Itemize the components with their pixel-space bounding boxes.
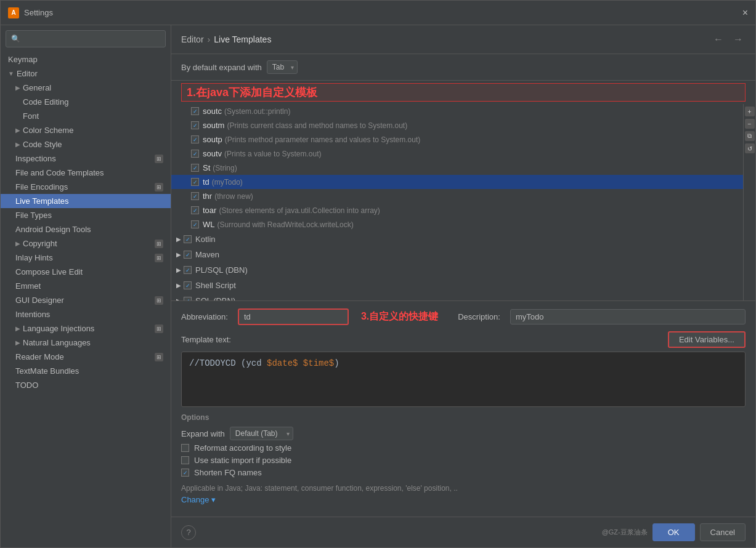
help-button[interactable]: ? xyxy=(181,525,196,540)
sidebar-item-inspections[interactable]: Inspections ⊞ xyxy=(1,151,171,166)
expand-label: By default expand with xyxy=(181,63,262,72)
sidebar-label: Reader Mode xyxy=(15,352,64,361)
sidebar-item-file-code-templates[interactable]: File and Code Templates xyxy=(1,166,171,180)
template-group-sql[interactable]: ▶ ✓ SQL (DBN) xyxy=(171,293,755,301)
expand-select[interactable]: Tab xyxy=(267,60,298,74)
template-group-kotlin[interactable]: ▶ ✓ Kotlin xyxy=(171,232,755,247)
sidebar-item-file-types[interactable]: File Types xyxy=(1,208,171,222)
sidebar-item-live-templates[interactable]: Live Templates xyxy=(1,194,171,208)
sidebar-item-intentions[interactable]: Intentions xyxy=(1,307,171,321)
sidebar-item-natural-languages[interactable]: ▶ Natural Languages xyxy=(1,336,171,350)
template-item-thr[interactable]: ✓ thr (throw new) xyxy=(171,189,755,203)
sidebar-item-keymap[interactable]: Keymap xyxy=(1,52,171,66)
group-label: Shell Script xyxy=(195,281,236,290)
template-group-plsql[interactable]: ▶ ✓ PL/SQL (DBN) xyxy=(171,262,755,278)
sidebar-label: Font xyxy=(23,111,39,121)
scroll-down-btn[interactable]: − xyxy=(745,119,755,129)
sidebar-item-gui-designer[interactable]: GUI Designer ⊞ xyxy=(1,293,171,307)
reset-btn[interactable]: ↺ xyxy=(745,143,755,153)
badge-icon: ⊞ xyxy=(155,296,163,305)
sidebar-label: Language Injections xyxy=(23,324,94,333)
sidebar-item-color-scheme[interactable]: ▶ Color Scheme xyxy=(1,123,171,137)
template-item-toar[interactable]: ✓ toar (Stores elements of java.util.Col… xyxy=(171,203,755,217)
sidebar-item-copyright[interactable]: ▶ Copyright ⊞ xyxy=(1,236,171,251)
scroll-up-btn[interactable]: + xyxy=(745,107,755,116)
sidebar-item-general[interactable]: ▶ General xyxy=(1,81,171,95)
item-checkbox[interactable]: ✓ xyxy=(191,220,199,228)
sidebar-item-font[interactable]: Font xyxy=(1,109,171,123)
sidebar-label: TODO xyxy=(15,381,38,390)
sidebar-item-compose-live-edit[interactable]: Compose Live Edit xyxy=(1,265,171,279)
editor-row2: Template text: Edit Variables... 2.给变量设置… xyxy=(181,331,746,348)
template-item-st[interactable]: ✓ St (String) xyxy=(171,161,755,175)
expand-arrow: ▼ xyxy=(8,70,14,77)
copy-btn[interactable]: ⧉ xyxy=(745,131,755,141)
item-checkbox[interactable]: ✓ xyxy=(191,150,199,158)
close-button[interactable]: × xyxy=(742,7,748,18)
applicable-text: Applicable in Java; Java: statement, con… xyxy=(181,484,746,493)
item-checkbox[interactable]: ✓ xyxy=(191,178,199,186)
sidebar-item-editor[interactable]: ▼ Editor xyxy=(1,66,171,81)
group-label: Maven xyxy=(195,250,219,259)
group-checkbox[interactable]: ✓ xyxy=(184,266,192,274)
forward-arrow[interactable]: → xyxy=(731,33,746,46)
sidebar-item-textmate-bundles[interactable]: TextMate Bundles xyxy=(1,364,171,378)
template-item-soutp[interactable]: ✓ soutp (Prints method parameter names a… xyxy=(171,132,755,147)
app-icon: A xyxy=(8,7,19,18)
back-arrow[interactable]: ← xyxy=(711,33,726,46)
expand-arrow: ▶ xyxy=(15,127,20,134)
edit-variables-button[interactable]: Edit Variables... xyxy=(668,331,746,348)
item-checkbox[interactable]: ✓ xyxy=(191,121,199,129)
item-checkbox[interactable]: ✓ xyxy=(191,206,199,214)
expand-with-label: Expand with xyxy=(181,429,225,438)
static-import-label: Use static import if possible xyxy=(194,456,291,465)
sidebar-item-reader-mode[interactable]: Reader Mode ⊞ xyxy=(1,350,171,364)
description-input[interactable] xyxy=(510,309,746,324)
template-item-wl[interactable]: ✓ WL (Surround with ReadWriteLock.writeL… xyxy=(171,217,755,232)
group-label: SQL (DBN) xyxy=(195,296,235,301)
group-checkbox[interactable]: ✓ xyxy=(184,251,192,259)
sidebar-item-file-encodings[interactable]: File Encodings ⊞ xyxy=(1,180,171,194)
change-link[interactable]: Change ▾ xyxy=(181,495,216,504)
watermark: @GZ-豆浆油条 xyxy=(602,528,648,537)
template-item-td[interactable]: ✓ td (myTodo) xyxy=(171,175,755,189)
item-checkbox[interactable]: ✓ xyxy=(191,135,199,143)
group-checkbox[interactable]: ✓ xyxy=(184,297,192,301)
reformat-checkbox[interactable] xyxy=(181,444,189,452)
sidebar-item-code-style[interactable]: ▶ Code Style xyxy=(1,137,171,151)
item-checkbox[interactable]: ✓ xyxy=(191,164,199,172)
abbreviation-input[interactable] xyxy=(238,308,349,325)
expand-with-select[interactable]: Default (Tab) xyxy=(230,427,293,440)
item-checkbox[interactable]: ✓ xyxy=(191,192,199,200)
sidebar-item-inlay-hints[interactable]: Inlay Hints ⊞ xyxy=(1,251,171,265)
titlebar: A Settings × xyxy=(1,1,755,25)
sidebar-item-language-injections[interactable]: ▶ Language Injections ⊞ xyxy=(1,321,171,336)
group-checkbox[interactable]: ✓ xyxy=(184,281,192,289)
sidebar-item-code-editing[interactable]: Code Editing xyxy=(1,95,171,109)
cancel-button[interactable]: Cancel xyxy=(700,523,746,541)
sidebar-item-todo[interactable]: TODO xyxy=(1,378,171,392)
template-item-soutc[interactable]: ✓ soutc (System.out::println) xyxy=(171,104,755,118)
ok-button[interactable]: OK xyxy=(652,523,695,541)
item-checkbox[interactable]: ✓ xyxy=(191,107,199,115)
sidebar-label: Live Templates xyxy=(15,196,68,206)
sidebar-item-emmet[interactable]: Emmet xyxy=(1,279,171,293)
template-group-shell[interactable]: ▶ ✓ Shell Script xyxy=(171,278,755,293)
reformat-row: Reformat according to style xyxy=(181,443,293,453)
sidebar-item-android-design-tools[interactable]: Android Design Tools xyxy=(1,222,171,236)
options-left: Options Expand with Default (Tab) Re xyxy=(181,413,293,480)
template-item-soutm[interactable]: ✓ soutm (Prints current class and method… xyxy=(171,118,755,132)
group-label: PL/SQL (DBN) xyxy=(195,265,248,275)
search-box[interactable]: 🔍 xyxy=(6,30,166,47)
template-editor[interactable]: //TODOYCD (ycd $date$ $time$) xyxy=(181,352,746,407)
sidebar-label: Natural Languages xyxy=(23,338,91,347)
shorten-fq-checkbox[interactable]: ✓ xyxy=(181,469,189,477)
badge-icon: ⊞ xyxy=(155,155,163,163)
template-group-maven[interactable]: ▶ ✓ Maven xyxy=(171,247,755,262)
group-checkbox[interactable]: ✓ xyxy=(184,235,192,243)
template-item-soutv[interactable]: ✓ soutv (Prints a value to System.out) xyxy=(171,147,755,161)
breadcrumb: Editor › Live Templates xyxy=(181,34,271,44)
sidebar-label: Editor xyxy=(17,69,38,78)
template-var-date: $date$ xyxy=(267,358,298,368)
static-import-checkbox[interactable] xyxy=(181,456,189,464)
